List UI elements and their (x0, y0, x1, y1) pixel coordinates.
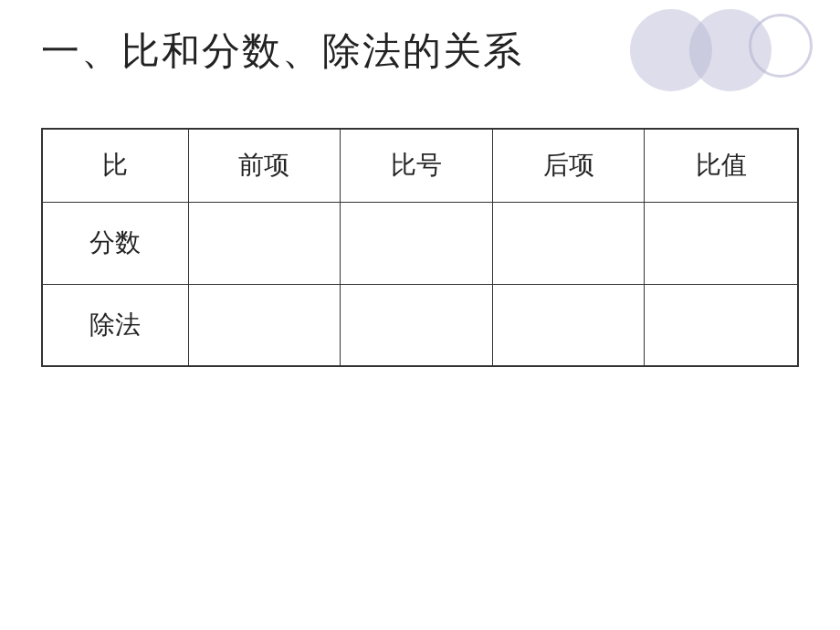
header-col2: 比号 (341, 129, 493, 202)
decorative-circles (630, 9, 813, 91)
row-division-cell3 (492, 284, 645, 366)
page-container: 一、比和分数、除法的关系 比 前项 比号 后项 比值 分数 (0, 0, 840, 630)
header-category: 比 (42, 129, 188, 202)
row-division-label: 除法 (42, 284, 188, 366)
row-fraction-cell2 (341, 202, 493, 284)
row-division-cell2 (341, 284, 493, 366)
header-col4: 比值 (645, 129, 798, 202)
table-header-row: 比 前项 比号 后项 比值 (42, 129, 798, 202)
row-fraction-cell1 (188, 202, 341, 284)
header-col3: 后项 (492, 129, 645, 202)
row-fraction-cell3 (492, 202, 645, 284)
row-fraction-cell4 (645, 202, 798, 284)
row-division-cell4 (645, 284, 798, 366)
table-row-division: 除法 (42, 284, 798, 366)
row-division-cell1 (188, 284, 341, 366)
header-col1: 前项 (188, 129, 341, 202)
page-title: 一、比和分数、除法的关系 (41, 26, 523, 77)
table-container: 比 前项 比号 后项 比值 分数 除法 (41, 128, 799, 367)
comparison-table: 比 前项 比号 后项 比值 分数 除法 (41, 128, 799, 367)
table-row-fraction: 分数 (42, 202, 798, 284)
row-fraction-label: 分数 (42, 202, 188, 284)
circle-outline-icon (749, 14, 813, 78)
